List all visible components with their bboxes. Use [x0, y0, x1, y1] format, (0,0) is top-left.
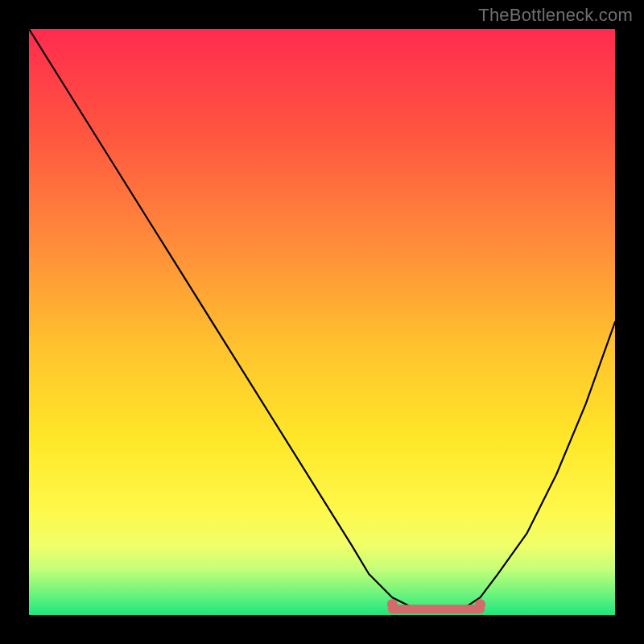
- chart-svg: [29, 29, 615, 615]
- watermark-text: TheBottleneck.com: [478, 5, 633, 26]
- flat-region-dot-right: [475, 599, 485, 609]
- plot-area: [29, 29, 615, 615]
- bottleneck-curve: [29, 29, 615, 609]
- flat-region-dot-left: [387, 599, 398, 609]
- chart-frame: TheBottleneck.com: [0, 0, 644, 644]
